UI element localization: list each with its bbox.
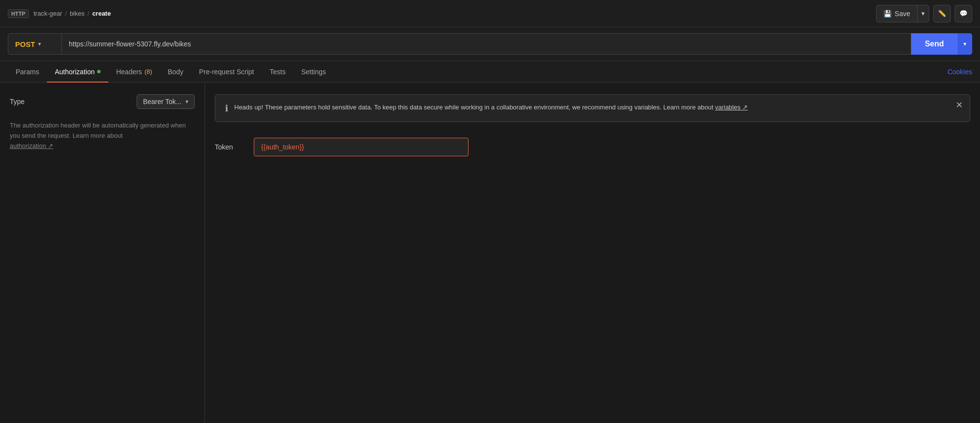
send-button-group: Send ▾ — [911, 33, 972, 55]
alert-text: Heads up! These parameters hold sensitiv… — [234, 103, 748, 113]
authorization-active-dot — [97, 70, 101, 73]
breadcrumb-sep-1: / — [65, 10, 67, 17]
edit-icon-button[interactable]: ✏️ — [933, 5, 951, 22]
send-dropdown-button[interactable]: ▾ — [958, 33, 972, 55]
method-dropdown-icon: ▾ — [38, 41, 41, 47]
main-content: Type Bearer Tok... ▾ The authorization h… — [0, 83, 980, 423]
tab-tests[interactable]: Tests — [262, 61, 294, 83]
alert-box: ℹ Heads up! These parameters hold sensit… — [215, 94, 970, 122]
right-panel: ℹ Heads up! These parameters hold sensit… — [205, 83, 980, 423]
alert-close-button[interactable]: ✕ — [956, 101, 963, 109]
left-panel: Type Bearer Tok... ▾ The authorization h… — [0, 83, 205, 423]
type-select-value: Bearer Tok... — [143, 98, 182, 106]
tab-headers[interactable]: Headers (8) — [108, 61, 160, 83]
authorization-link[interactable]: authorization ↗ — [10, 142, 53, 149]
tab-settings[interactable]: Settings — [293, 61, 334, 83]
breadcrumb-create: create — [92, 10, 111, 17]
token-label: Token — [215, 143, 244, 151]
send-chevron-icon: ▾ — [963, 41, 966, 47]
tab-headers-label: Headers — [116, 68, 142, 76]
method-label: POST — [15, 40, 35, 48]
alert-message: Heads up! These parameters hold sensitiv… — [234, 104, 714, 111]
auth-description: The authorization header will be automat… — [10, 121, 195, 151]
token-row: Token — [215, 138, 970, 156]
tab-authorization[interactable]: Authorization — [47, 61, 108, 83]
type-select-chevron-icon: ▾ — [185, 98, 188, 105]
url-input[interactable] — [61, 33, 911, 55]
type-label: Type — [10, 98, 24, 106]
token-input[interactable] — [254, 138, 469, 156]
tab-pre-request-label: Pre-request Script — [199, 68, 254, 76]
save-button-group: 💾 Save ▾ — [876, 5, 929, 22]
tab-cookies-label: Cookies — [947, 68, 972, 76]
tabs-bar: Params Authorization Headers (8) Body Pr… — [0, 61, 980, 83]
breadcrumb-track-gear[interactable]: track-gear — [34, 10, 62, 17]
close-icon: ✕ — [956, 100, 963, 110]
save-label: Save — [895, 10, 910, 18]
top-bar: HTTP track-gear / bikes / create 💾 Save … — [0, 0, 980, 27]
send-button[interactable]: Send — [911, 33, 958, 55]
save-icon: 💾 — [883, 10, 892, 18]
tab-tests-label: Tests — [270, 68, 286, 76]
tab-settings-label: Settings — [301, 68, 326, 76]
tab-body-label: Body — [168, 68, 184, 76]
tab-params-label: Params — [16, 68, 39, 76]
info-icon: ℹ — [225, 103, 228, 114]
description-text: The authorization header will be automat… — [10, 122, 186, 139]
variables-link[interactable]: variables ↗ — [715, 104, 748, 111]
chevron-down-icon: ▾ — [921, 10, 925, 17]
pencil-icon: ✏️ — [938, 10, 946, 17]
save-button[interactable]: 💾 Save — [877, 5, 918, 22]
breadcrumb-bikes[interactable]: bikes — [70, 10, 84, 17]
method-select[interactable]: POST ▾ — [8, 33, 61, 55]
tab-cookies[interactable]: Cookies — [947, 68, 972, 76]
breadcrumb: HTTP track-gear / bikes / create — [8, 9, 111, 18]
breadcrumb-sep-2: / — [87, 10, 89, 17]
headers-badge: (8) — [144, 68, 152, 75]
type-select[interactable]: Bearer Tok... ▾ — [137, 94, 195, 109]
url-bar: POST ▾ Send ▾ — [0, 27, 980, 61]
top-bar-right: 💾 Save ▾ ✏️ 💬 — [876, 5, 972, 22]
tab-pre-request-script[interactable]: Pre-request Script — [191, 61, 262, 83]
save-dropdown-button[interactable]: ▾ — [918, 5, 929, 22]
tab-params[interactable]: Params — [8, 61, 47, 83]
comment-icon: 💬 — [960, 10, 968, 17]
tab-authorization-label: Authorization — [55, 68, 95, 76]
type-row: Type Bearer Tok... ▾ — [10, 94, 195, 109]
comment-icon-button[interactable]: 💬 — [955, 5, 972, 22]
http-badge: HTTP — [8, 9, 29, 18]
tab-body[interactable]: Body — [160, 61, 191, 83]
